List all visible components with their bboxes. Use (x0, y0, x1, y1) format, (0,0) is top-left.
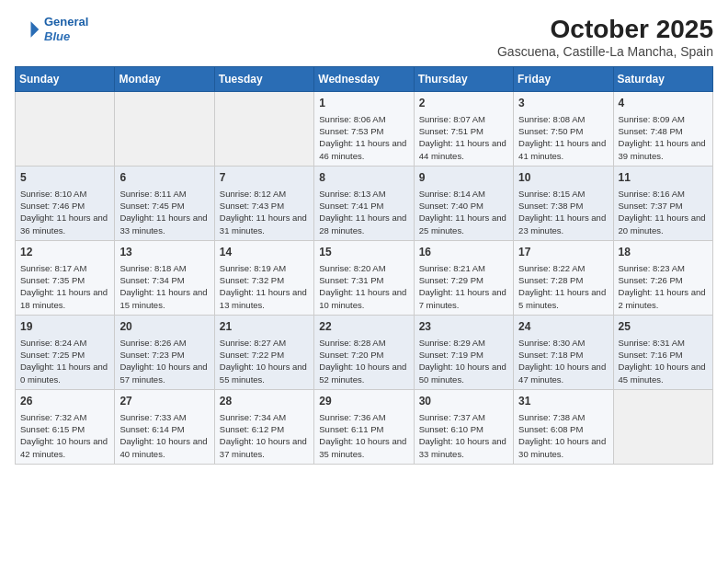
calendar-cell: 17Sunrise: 8:22 AM Sunset: 7:28 PM Dayli… (514, 240, 613, 315)
calendar-table: SundayMondayTuesdayWednesdayThursdayFrid… (15, 66, 713, 465)
day-number: 11 (619, 170, 708, 186)
calendar-week-row: 1Sunrise: 8:06 AM Sunset: 7:53 PM Daylig… (16, 92, 713, 167)
calendar-cell: 7Sunrise: 8:12 AM Sunset: 7:43 PM Daylig… (214, 166, 313, 240)
calendar-cell: 24Sunrise: 8:30 AM Sunset: 7:18 PM Dayli… (514, 315, 613, 389)
calendar-cell: 22Sunrise: 8:28 AM Sunset: 7:20 PM Dayli… (314, 315, 414, 389)
day-number: 9 (419, 170, 508, 186)
day-number: 26 (20, 394, 109, 409)
location: Gascuena, Castille-La Mancha, Spain (497, 44, 713, 59)
day-content: Sunrise: 8:18 AM Sunset: 7:34 PM Dayligh… (119, 262, 209, 311)
day-content: Sunrise: 8:22 AM Sunset: 7:28 PM Dayligh… (518, 262, 608, 311)
day-number: 3 (518, 96, 608, 111)
day-number: 16 (419, 245, 508, 260)
calendar-cell (214, 92, 313, 167)
calendar-cell: 14Sunrise: 8:19 AM Sunset: 7:32 PM Dayli… (214, 240, 313, 315)
calendar-cell (16, 92, 115, 167)
day-number: 18 (619, 245, 708, 260)
day-number: 19 (20, 319, 109, 335)
title-block: October 2025 Gascuena, Castille-La Manch… (497, 15, 713, 59)
day-number: 23 (419, 319, 508, 335)
day-number: 4 (619, 96, 708, 111)
day-content: Sunrise: 7:36 AM Sunset: 6:11 PM Dayligh… (319, 411, 408, 460)
day-number: 21 (220, 319, 309, 335)
day-number: 7 (220, 170, 309, 186)
day-content: Sunrise: 8:30 AM Sunset: 7:18 PM Dayligh… (518, 337, 608, 385)
day-number: 29 (319, 394, 408, 409)
calendar-cell: 4Sunrise: 8:09 AM Sunset: 7:48 PM Daylig… (613, 92, 712, 167)
day-number: 8 (319, 170, 408, 186)
day-content: Sunrise: 7:33 AM Sunset: 6:14 PM Dayligh… (119, 411, 209, 460)
weekday-header-tuesday: Tuesday (214, 67, 313, 92)
calendar-cell: 19Sunrise: 8:24 AM Sunset: 7:25 PM Dayli… (16, 315, 115, 389)
day-content: Sunrise: 8:19 AM Sunset: 7:32 PM Dayligh… (220, 262, 309, 311)
calendar-week-row: 5Sunrise: 8:10 AM Sunset: 7:46 PM Daylig… (16, 166, 713, 240)
day-number: 6 (119, 170, 209, 186)
day-number: 25 (619, 319, 708, 335)
svg-marker-1 (31, 21, 40, 38)
day-content: Sunrise: 7:38 AM Sunset: 6:08 PM Dayligh… (518, 411, 608, 460)
calendar-cell: 12Sunrise: 8:17 AM Sunset: 7:35 PM Dayli… (16, 240, 115, 315)
day-number: 17 (518, 245, 608, 260)
weekday-header-wednesday: Wednesday (314, 67, 414, 92)
day-content: Sunrise: 8:20 AM Sunset: 7:31 PM Dayligh… (319, 262, 408, 311)
day-content: Sunrise: 8:09 AM Sunset: 7:48 PM Dayligh… (619, 113, 708, 162)
calendar-cell (613, 389, 712, 464)
day-number: 28 (220, 394, 309, 409)
calendar-cell: 31Sunrise: 7:38 AM Sunset: 6:08 PM Dayli… (514, 389, 613, 464)
day-number: 13 (119, 245, 209, 260)
day-content: Sunrise: 8:26 AM Sunset: 7:23 PM Dayligh… (119, 337, 209, 385)
day-number: 27 (119, 394, 209, 409)
day-number: 1 (319, 96, 408, 111)
calendar-cell: 5Sunrise: 8:10 AM Sunset: 7:46 PM Daylig… (16, 166, 115, 240)
calendar-cell: 30Sunrise: 7:37 AM Sunset: 6:10 PM Dayli… (414, 389, 513, 464)
calendar-cell: 27Sunrise: 7:33 AM Sunset: 6:14 PM Dayli… (115, 389, 214, 464)
day-content: Sunrise: 7:37 AM Sunset: 6:10 PM Dayligh… (419, 411, 508, 460)
calendar-cell: 28Sunrise: 7:34 AM Sunset: 6:12 PM Dayli… (214, 389, 313, 464)
day-content: Sunrise: 8:24 AM Sunset: 7:25 PM Dayligh… (20, 337, 109, 385)
calendar-cell: 9Sunrise: 8:14 AM Sunset: 7:40 PM Daylig… (414, 166, 513, 240)
day-content: Sunrise: 8:28 AM Sunset: 7:20 PM Dayligh… (319, 337, 408, 385)
day-number: 14 (220, 245, 309, 260)
calendar-cell: 16Sunrise: 8:21 AM Sunset: 7:29 PM Dayli… (414, 240, 513, 315)
weekday-header-thursday: Thursday (414, 67, 513, 92)
calendar-cell: 11Sunrise: 8:16 AM Sunset: 7:37 PM Dayli… (613, 166, 712, 240)
day-content: Sunrise: 8:07 AM Sunset: 7:51 PM Dayligh… (419, 113, 508, 162)
day-content: Sunrise: 8:21 AM Sunset: 7:29 PM Dayligh… (419, 262, 508, 311)
day-content: Sunrise: 8:29 AM Sunset: 7:19 PM Dayligh… (419, 337, 508, 385)
day-number: 10 (518, 170, 608, 186)
calendar-cell: 15Sunrise: 8:20 AM Sunset: 7:31 PM Dayli… (314, 240, 414, 315)
weekday-header-row: SundayMondayTuesdayWednesdayThursdayFrid… (16, 67, 713, 92)
day-content: Sunrise: 8:08 AM Sunset: 7:50 PM Dayligh… (518, 113, 608, 162)
day-number: 12 (20, 245, 109, 260)
calendar-cell: 1Sunrise: 8:06 AM Sunset: 7:53 PM Daylig… (314, 92, 414, 167)
calendar-cell: 26Sunrise: 7:32 AM Sunset: 6:15 PM Dayli… (16, 389, 115, 464)
calendar-cell: 29Sunrise: 7:36 AM Sunset: 6:11 PM Dayli… (314, 389, 414, 464)
day-content: Sunrise: 8:12 AM Sunset: 7:43 PM Dayligh… (220, 188, 309, 236)
day-content: Sunrise: 8:15 AM Sunset: 7:38 PM Dayligh… (518, 188, 608, 236)
month-title: October 2025 (497, 15, 713, 44)
calendar-cell: 10Sunrise: 8:15 AM Sunset: 7:38 PM Dayli… (514, 166, 613, 240)
page-header: General Blue October 2025 Gascuena, Cast… (15, 15, 713, 59)
day-number: 2 (419, 96, 508, 111)
day-number: 30 (419, 394, 508, 409)
calendar-cell: 2Sunrise: 8:07 AM Sunset: 7:51 PM Daylig… (414, 92, 513, 167)
day-number: 20 (119, 319, 209, 335)
weekday-header-monday: Monday (115, 67, 214, 92)
weekday-header-saturday: Saturday (613, 67, 712, 92)
day-number: 31 (518, 394, 608, 409)
day-content: Sunrise: 8:10 AM Sunset: 7:46 PM Dayligh… (20, 188, 109, 236)
day-content: Sunrise: 7:34 AM Sunset: 6:12 PM Dayligh… (220, 411, 309, 460)
calendar-week-row: 26Sunrise: 7:32 AM Sunset: 6:15 PM Dayli… (16, 389, 713, 464)
calendar-cell: 3Sunrise: 8:08 AM Sunset: 7:50 PM Daylig… (514, 92, 613, 167)
calendar-cell: 6Sunrise: 8:11 AM Sunset: 7:45 PM Daylig… (115, 166, 214, 240)
logo-text: General Blue (44, 15, 88, 43)
calendar-week-row: 19Sunrise: 8:24 AM Sunset: 7:25 PM Dayli… (16, 315, 713, 389)
calendar-cell: 23Sunrise: 8:29 AM Sunset: 7:19 PM Dayli… (414, 315, 513, 389)
day-content: Sunrise: 8:27 AM Sunset: 7:22 PM Dayligh… (220, 337, 309, 385)
calendar-week-row: 12Sunrise: 8:17 AM Sunset: 7:35 PM Dayli… (16, 240, 713, 315)
day-number: 22 (319, 319, 408, 335)
day-content: Sunrise: 7:32 AM Sunset: 6:15 PM Dayligh… (20, 411, 109, 460)
day-content: Sunrise: 8:06 AM Sunset: 7:53 PM Dayligh… (319, 113, 408, 162)
day-number: 5 (20, 170, 109, 186)
weekday-header-sunday: Sunday (16, 67, 115, 92)
